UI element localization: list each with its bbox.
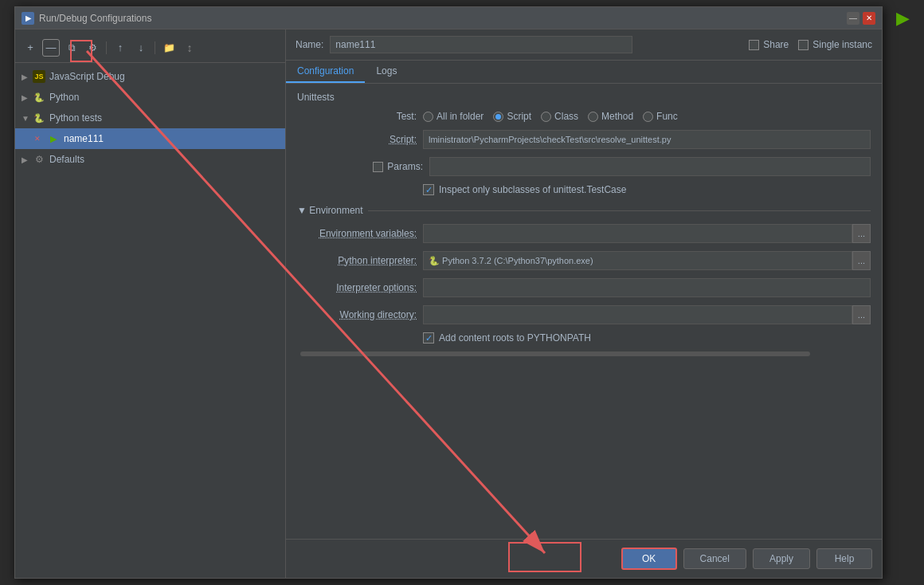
share-label: Share (763, 39, 789, 50)
js-debug-arrow: ▶ (22, 73, 33, 81)
tab-configuration[interactable]: Configuration (286, 61, 365, 83)
python-interpreter-input-group: ... (423, 251, 871, 270)
sidebar-item-python-tests[interactable]: ▼ 🐍 Python tests (15, 108, 285, 128)
add-content-roots-label: Add content roots to PYTHONPATH (439, 332, 591, 344)
share-checkbox[interactable] (749, 40, 759, 50)
toolbar-separator-2 (155, 41, 155, 54)
radio-class[interactable]: Class (541, 111, 578, 122)
python-tests-icon: 🐍 (33, 112, 45, 124)
defaults-icon: ⚙ (33, 153, 45, 166)
tabs-row: Configuration Logs (286, 61, 882, 84)
working-dir-input-group: ... (423, 305, 871, 324)
help-button[interactable]: Help (816, 548, 872, 569)
apply-button[interactable]: Apply (753, 548, 810, 569)
env-vars-input[interactable] (423, 224, 852, 243)
toolbar-separator-1 (106, 41, 107, 54)
python-tests-arrow: ▼ (22, 114, 33, 123)
radio-all-in-folder-label: All in folder (437, 111, 484, 122)
params-checkbox-group: Params: (297, 161, 423, 172)
python-interpreter-label: Python interpreter: (297, 255, 417, 266)
run-icon: ▶ (896, 8, 910, 29)
config-content: Unittests Test: All in folder Script (286, 84, 882, 539)
name-row: Name: Share Single instanc (286, 29, 882, 61)
radio-func[interactable]: Func (643, 111, 678, 122)
python-interpreter-row: Python interpreter: ... (297, 251, 871, 270)
dialog-icon: ▶ (22, 12, 34, 25)
working-dir-row: Working directory: ... (297, 305, 871, 324)
radio-class-dot (541, 112, 551, 122)
defaults-label: Defaults (49, 154, 84, 165)
move-up-button[interactable]: ↑ (112, 39, 129, 57)
sort-button[interactable]: ↕ (181, 39, 198, 57)
params-checkbox[interactable] (373, 162, 383, 172)
name-input[interactable] (330, 36, 632, 53)
radio-method-label: Method (601, 111, 633, 122)
config-tree: ▶ JS JavaScript Debug ▶ 🐍 Python ▼ 🐍 Pyt… (15, 63, 285, 173)
single-instance-checkbox[interactable] (798, 40, 808, 50)
ok-button[interactable]: OK (621, 548, 677, 570)
name111-arrow: ✕ (34, 135, 45, 143)
working-dir-input[interactable] (423, 305, 852, 324)
python-icon: 🐍 (33, 91, 45, 104)
add-content-roots-checkbox[interactable] (423, 332, 434, 344)
add-config-button[interactable]: + (22, 39, 39, 57)
share-group: Share (749, 39, 789, 50)
python-tests-label: Python tests (49, 112, 102, 124)
python-label: Python (49, 92, 79, 103)
minimize-button[interactable]: — (847, 12, 859, 25)
working-dir-label: Working directory: (297, 309, 417, 320)
radio-method[interactable]: Method (588, 111, 633, 122)
test-label: Test: (297, 111, 417, 122)
unittests-header: Unittests (297, 92, 871, 103)
tab-logs[interactable]: Logs (365, 61, 408, 83)
add-content-roots-row: Add content roots to PYTHONPATH (297, 332, 871, 344)
dialog-body: + — ⧉ ⚙ ↑ ↓ 📁 ↕ (15, 29, 882, 578)
env-vars-label: Environment variables: (297, 228, 417, 239)
test-radio-group: All in folder Script Class Method (423, 111, 871, 122)
sidebar-item-name111[interactable]: ✕ ▶ name111 (15, 128, 285, 149)
radio-script-dot (493, 112, 503, 122)
radio-all-in-folder-dot (423, 112, 433, 122)
single-instance-label: Single instanc (812, 39, 872, 50)
dialog-titlebar: ▶ Run/Debug Configurations — ✕ (15, 7, 882, 29)
name111-run-icon: ▶ (47, 132, 60, 145)
radio-script-label: Script (507, 111, 531, 122)
scrollbar-hint (300, 351, 810, 356)
js-icon: JS (33, 70, 45, 83)
script-input-group (423, 130, 871, 149)
python-interpreter-input[interactable] (423, 251, 852, 270)
script-input[interactable] (423, 130, 871, 149)
env-vars-row: Environment variables: ... (297, 224, 871, 243)
folder-button[interactable]: 📁 (160, 39, 178, 57)
inspect-row: Inspect only subclasses of unittest.Test… (297, 184, 871, 195)
dialog-title: Run/Debug Configurations (39, 13, 847, 24)
env-vars-browse-button[interactable]: ... (852, 224, 871, 243)
params-label: Params: (387, 161, 423, 172)
sidebar-toolbar: + — ⧉ ⚙ ↑ ↓ 📁 ↕ (15, 33, 285, 63)
defaults-arrow: ▶ (22, 155, 33, 164)
name-label: Name: (296, 39, 323, 50)
move-down-button[interactable]: ↓ (132, 39, 150, 57)
js-debug-label: JavaScript Debug (49, 71, 125, 82)
sidebar-item-defaults[interactable]: ▶ ⚙ Defaults (15, 149, 285, 170)
python-interpreter-browse-button[interactable]: ... (852, 251, 871, 270)
sidebar-item-python[interactable]: ▶ 🐍 Python (15, 87, 285, 108)
environment-label: ▼ Environment (297, 205, 363, 216)
inspect-checkbox[interactable] (423, 184, 434, 195)
sidebar-item-js-debug[interactable]: ▶ JS JavaScript Debug (15, 66, 285, 87)
copy-config-button[interactable]: ⧉ (63, 39, 80, 57)
working-dir-browse-button[interactable]: ... (852, 305, 871, 324)
remove-config-button[interactable]: — (42, 39, 60, 57)
inspect-label: Inspect only subclasses of unittest.Test… (439, 184, 626, 195)
config-sidebar: + — ⧉ ⚙ ↑ ↓ 📁 ↕ (15, 29, 286, 578)
environment-section-header[interactable]: ▼ Environment (297, 205, 871, 216)
close-button[interactable]: ✕ (863, 12, 875, 25)
script-row: Script: (297, 130, 871, 149)
radio-all-in-folder[interactable]: All in folder (423, 111, 484, 122)
settings-config-button[interactable]: ⚙ (84, 39, 101, 57)
radio-script[interactable]: Script (493, 111, 531, 122)
params-input[interactable] (429, 157, 871, 176)
cancel-button[interactable]: Cancel (683, 548, 746, 569)
radio-class-label: Class (554, 111, 578, 122)
interpreter-options-input[interactable] (423, 278, 871, 297)
